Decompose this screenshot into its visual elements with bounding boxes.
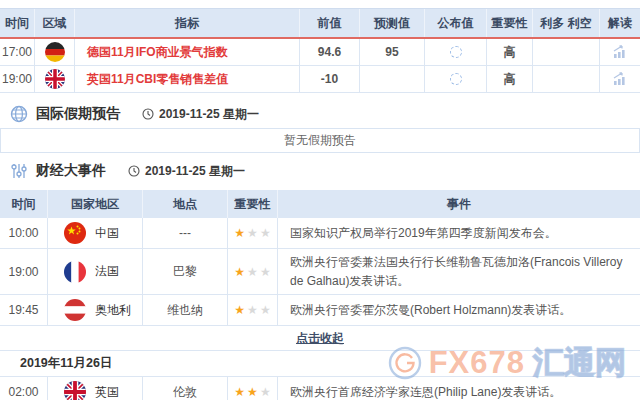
china-flag-icon [64, 222, 86, 244]
date-divider: 2019年11月26日 [0, 351, 640, 377]
event-time: 10:00 [0, 218, 48, 248]
table-row: 10:00 中国 --- ★★★ 国家知识产权局举行2019年第四季度新闻发布会… [0, 218, 640, 249]
section-title: 财经大事件 [36, 162, 106, 180]
star-icon: ★ [260, 226, 271, 240]
country-name: 英国 [95, 384, 119, 400]
section-date-text: 2019-11-25 星期一 [145, 163, 245, 180]
country-cell: 法国 [48, 249, 143, 294]
published-value [425, 39, 487, 65]
star-icon: ★ [260, 385, 271, 399]
star-icon: ★ [260, 303, 271, 317]
importance-stars: ★★★ [228, 249, 278, 294]
location-cell: 巴黎 [143, 249, 228, 294]
event-description: 欧洲央行管委兼法国央行行长维勒鲁瓦德加洛(Francois Villeroy d… [278, 249, 640, 294]
importance-stars: ★★★ [228, 218, 278, 248]
location-cell: 维也纳 [143, 295, 228, 325]
holiday-empty-text: 暂无假期预告 [284, 132, 356, 149]
events-table-header: 时间 国家地区 地点 重要性 事件 [0, 190, 640, 218]
austria-flag-icon [64, 299, 86, 321]
star-icon: ★ [260, 265, 271, 279]
col-importance: 重要性 [228, 190, 278, 218]
section-date: 2019-11-25 星期一 [128, 163, 245, 180]
col-location: 地点 [143, 190, 228, 218]
table-row: 17:00 德国11月IFO商业景气指数 94.6 95 高 [0, 39, 640, 66]
germany-flag-icon [45, 42, 65, 62]
country-name: 奥地利 [95, 302, 131, 319]
col-previous: 前值 [300, 9, 360, 37]
star-icon: ★ [247, 385, 258, 399]
region-cell [35, 66, 75, 92]
clock-icon [142, 108, 154, 120]
col-region: 区域 [35, 9, 75, 37]
forecast-value: 95 [360, 39, 425, 65]
date-divider-text: 2019年11月26日 [20, 355, 112, 372]
event-time: 19:00 [0, 249, 48, 294]
col-indicator: 指标 [75, 9, 300, 37]
event-description: 国家知识产权局举行2019年第四季度新闻发布会。 [278, 218, 640, 248]
section-title: 国际假期预告 [36, 105, 120, 123]
section-date: 2019-11-25 星期一 [142, 106, 259, 123]
star-icon: ★ [234, 265, 245, 279]
events-section-header: 财经大事件 2019-11-25 星期一 [0, 160, 640, 182]
section-date-text: 2019-11-25 星期一 [159, 106, 259, 123]
star-icon: ★ [234, 303, 245, 317]
holiday-empty-box: 暂无假期预告 [0, 128, 640, 153]
country-cell: 奥地利 [48, 295, 143, 325]
interpret-cell[interactable] [600, 66, 640, 92]
table-row: 19:45 奥地利 维也纳 ★★★ 欧洲央行管委霍尔茨曼(Robert Holz… [0, 295, 640, 326]
event-time: 19:45 [0, 295, 48, 325]
event-time: 17:00 [0, 39, 35, 65]
table-row: 19:00 法国 巴黎 ★★★ 欧洲央行管委兼法国央行行长维勒鲁瓦德加洛(Fra… [0, 249, 640, 295]
table-row: 02:00 英国 伦敦 ★★★ 欧洲央行首席经济学家连恩(Philip Lane… [0, 377, 640, 400]
economic-table-header: 时间 区域 指标 前值 预测值 公布值 重要性 利多 利空 解读 [0, 9, 640, 39]
uk-flag-icon [64, 381, 86, 400]
importance-value: 高 [487, 66, 533, 92]
globe-icon [10, 105, 28, 123]
france-flag-icon [64, 261, 86, 283]
location-cell: --- [143, 218, 228, 248]
bull-bear-cell [533, 39, 600, 65]
event-description: 欧洲央行首席经济学家连恩(Philip Lane)发表讲话。 [278, 377, 640, 400]
uk-flag-icon [45, 69, 65, 89]
country-name: 中国 [95, 225, 119, 242]
forecast-value [360, 66, 425, 92]
col-importance: 重要性 [487, 9, 533, 37]
event-time: 02:00 [0, 377, 48, 400]
economic-data-table: 时间 区域 指标 前值 预测值 公布值 重要性 利多 利空 解读 17:00 德… [0, 8, 640, 93]
bar-chart-icon [613, 45, 628, 59]
col-interpret: 解读 [600, 9, 640, 37]
event-description: 欧洲央行管委霍尔茨曼(Robert Holzmann)发表讲话。 [278, 295, 640, 325]
collapse-row: 点击收起 [0, 326, 640, 351]
col-time: 时间 [0, 9, 35, 37]
collapse-link[interactable]: 点击收起 [296, 330, 344, 347]
event-time: 19:00 [0, 66, 35, 92]
country-cell: 中国 [48, 218, 143, 248]
importance-value: 高 [487, 39, 533, 65]
interpret-cell[interactable] [600, 39, 640, 65]
col-time: 时间 [0, 190, 48, 218]
previous-value: -10 [300, 66, 360, 92]
published-value [425, 66, 487, 92]
col-bull-bear: 利多 利空 [533, 9, 600, 37]
region-cell [35, 39, 75, 65]
col-country: 国家地区 [48, 190, 143, 218]
table-row: 19:00 英国11月CBI零售销售差值 -10 高 [0, 66, 640, 93]
bull-bear-cell [533, 66, 600, 92]
sliders-icon [10, 162, 28, 180]
location-cell: 伦敦 [143, 377, 228, 400]
importance-stars: ★★★ [228, 295, 278, 325]
bar-chart-icon [613, 72, 628, 86]
indicator-link[interactable]: 英国11月CBI零售销售差值 [75, 66, 300, 92]
star-icon: ★ [234, 226, 245, 240]
star-icon: ★ [247, 265, 258, 279]
indicator-link[interactable]: 德国11月IFO商业景气指数 [75, 39, 300, 65]
holiday-section-header: 国际假期预告 2019-11-25 星期一 [0, 103, 640, 125]
previous-value: 94.6 [300, 39, 360, 65]
loading-spinner-icon [450, 73, 462, 85]
col-forecast: 预测值 [360, 9, 425, 37]
star-icon: ★ [247, 226, 258, 240]
star-icon: ★ [247, 303, 258, 317]
country-name: 法国 [95, 263, 119, 280]
clock-icon [128, 165, 140, 177]
importance-stars: ★★★ [228, 377, 278, 400]
